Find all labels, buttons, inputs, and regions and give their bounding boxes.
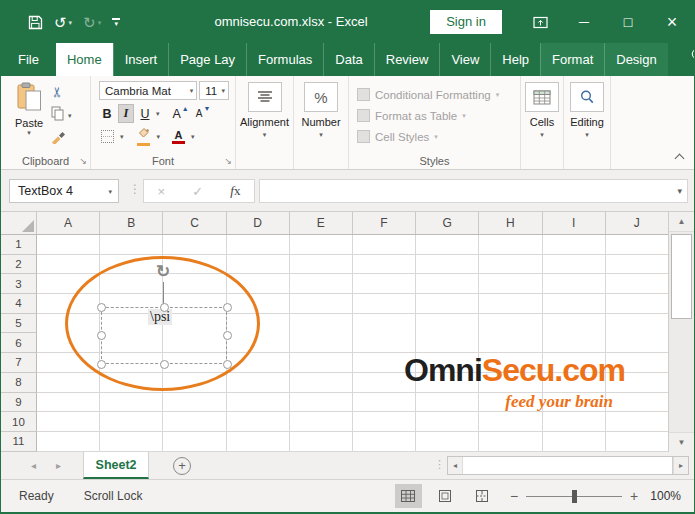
font-dialog-launcher-icon[interactable]: ↘ bbox=[224, 157, 232, 166]
tell-me-box[interactable]: Tell me bbox=[678, 43, 695, 76]
paste-button[interactable]: Paste ▾ bbox=[9, 82, 49, 136]
increase-font-size-button[interactable]: A▲ bbox=[171, 104, 191, 123]
rotation-handle-icon[interactable]: ↻ bbox=[153, 262, 173, 282]
textbox-text[interactable]: \psi bbox=[148, 309, 172, 325]
cells-group[interactable]: Cells ▾ bbox=[521, 76, 564, 169]
font-color-button[interactable]: A bbox=[170, 127, 187, 146]
bold-button[interactable]: B bbox=[99, 104, 115, 123]
tab-help[interactable]: Help bbox=[490, 43, 540, 76]
font-size-select[interactable]: 11 ▾ bbox=[199, 81, 229, 100]
tab-insert[interactable]: Insert bbox=[113, 43, 169, 76]
sign-in-button[interactable]: Sign in bbox=[430, 10, 502, 34]
cells-dropdown-icon[interactable]: ▾ bbox=[540, 131, 544, 138]
decrease-font-size-button[interactable]: A▼ bbox=[194, 104, 213, 123]
horizontal-scrollbar-thumb[interactable] bbox=[463, 457, 673, 474]
zoom-slider-thumb[interactable] bbox=[572, 490, 577, 503]
sheet-next-icon[interactable]: ▸ bbox=[56, 460, 61, 471]
borders-dropdown-icon[interactable]: ▾ bbox=[120, 133, 124, 140]
tab-data[interactable]: Data bbox=[323, 43, 373, 76]
tab-design[interactable]: Design bbox=[604, 43, 667, 76]
copy-button[interactable]: ▾ bbox=[51, 107, 72, 123]
drawing-layer: OmniSecu.com feed your brain ↻ \psi bbox=[1, 212, 694, 452]
cut-button[interactable]: ✂ bbox=[51, 84, 72, 100]
fill-color-dropdown-icon[interactable]: ▾ bbox=[157, 133, 161, 140]
redo-icon: ↻▾ bbox=[83, 15, 101, 30]
scroll-up-icon[interactable]: ▲ bbox=[669, 212, 694, 232]
underline-dropdown-icon[interactable]: ▾ bbox=[156, 110, 160, 117]
handle-top-center[interactable] bbox=[160, 303, 169, 312]
window-controls: Sign in ─ □ × bbox=[430, 1, 694, 43]
tab-formulas[interactable]: Formulas bbox=[246, 43, 323, 76]
fill-color-button[interactable] bbox=[134, 127, 153, 146]
insert-function-icon[interactable]: fx bbox=[230, 183, 240, 199]
handle-top-right[interactable] bbox=[223, 303, 232, 312]
undo-icon[interactable]: ↺▾ bbox=[54, 15, 72, 30]
sheet-tab-sheet2[interactable]: Sheet2 bbox=[83, 452, 149, 479]
tab-file[interactable]: File bbox=[1, 43, 56, 76]
scroll-right-icon[interactable]: ▸ bbox=[673, 457, 688, 474]
tab-page-layout[interactable]: Page Lay bbox=[168, 43, 246, 76]
formula-bar-expand-icon[interactable]: ▾ bbox=[677, 186, 682, 196]
tab-format[interactable]: Format bbox=[540, 43, 604, 76]
format-painter-button[interactable] bbox=[51, 130, 72, 146]
page-layout-view-button[interactable] bbox=[432, 484, 459, 508]
handle-bottom-left[interactable] bbox=[97, 360, 106, 369]
sheet-prev-icon[interactable]: ◂ bbox=[31, 460, 36, 471]
tab-view[interactable]: View bbox=[439, 43, 490, 76]
font-color-dropdown-icon[interactable]: ▾ bbox=[191, 133, 195, 140]
tab-home[interactable]: Home bbox=[56, 43, 113, 76]
clipboard-dialog-launcher-icon[interactable]: ↘ bbox=[79, 157, 87, 166]
italic-button[interactable]: I bbox=[118, 104, 134, 123]
alignment-dropdown-icon[interactable]: ▾ bbox=[263, 131, 267, 138]
name-box[interactable]: TextBox 4 ▾ bbox=[9, 179, 119, 203]
handle-middle-right[interactable] bbox=[223, 331, 232, 340]
enter-icon: ✓ bbox=[192, 184, 203, 199]
sheetbar-separator: ⋮ bbox=[434, 458, 445, 471]
minimize-icon[interactable]: ─ bbox=[562, 1, 606, 43]
save-icon[interactable] bbox=[28, 15, 43, 30]
collapse-ribbon-icon[interactable] bbox=[676, 153, 684, 161]
close-icon[interactable]: × bbox=[650, 1, 694, 43]
scroll-down-icon[interactable]: ▼ bbox=[669, 432, 694, 452]
formula-buttons: × ✓ fx bbox=[143, 179, 255, 203]
underline-button[interactable]: U bbox=[137, 104, 153, 123]
alignment-group[interactable]: Alignment ▾ bbox=[236, 76, 294, 169]
font-name-dropdown-icon[interactable]: ▾ bbox=[187, 87, 194, 94]
maximize-icon[interactable]: □ bbox=[606, 1, 650, 43]
handle-middle-left[interactable] bbox=[97, 331, 106, 340]
logo-tagline: feed your brain bbox=[463, 392, 613, 412]
font-group-label: Font bbox=[91, 155, 235, 167]
zoom-in-icon[interactable]: + bbox=[630, 488, 638, 504]
font-size-dropdown-icon[interactable]: ▾ bbox=[218, 87, 225, 94]
formula-input[interactable] bbox=[259, 179, 688, 203]
undo-dropdown-icon[interactable]: ▾ bbox=[69, 19, 73, 26]
handle-bottom-center[interactable] bbox=[160, 360, 169, 369]
borders-button[interactable] bbox=[99, 127, 116, 146]
editing-dropdown-icon[interactable]: ▾ bbox=[585, 131, 589, 138]
new-sheet-icon[interactable]: + bbox=[173, 457, 191, 475]
zoom-slider[interactable] bbox=[526, 490, 622, 503]
scroll-left-icon[interactable]: ◂ bbox=[448, 457, 463, 474]
clipboard-group: Paste ▾ ✂ ▾ Clipboard ↘ bbox=[1, 76, 91, 169]
zoom-level[interactable]: 100% bbox=[650, 489, 681, 503]
editing-group[interactable]: Editing ▾ bbox=[564, 76, 611, 169]
font-name-select[interactable]: Cambria Mat ▾ bbox=[99, 81, 197, 100]
ribbon-display-options-icon[interactable] bbox=[518, 1, 562, 43]
vertical-scrollbar[interactable]: ▲ ▼ bbox=[668, 212, 694, 452]
handle-top-left[interactable] bbox=[97, 303, 106, 312]
format-painter-icon bbox=[51, 129, 66, 148]
paste-dropdown-icon[interactable]: ▾ bbox=[27, 129, 31, 136]
number-group[interactable]: % Number ▾ bbox=[294, 76, 349, 169]
handle-bottom-right[interactable] bbox=[223, 360, 232, 369]
zoom-out-icon[interactable]: − bbox=[510, 488, 518, 504]
number-dropdown-icon[interactable]: ▾ bbox=[319, 131, 323, 138]
copy-dropdown-icon[interactable]: ▾ bbox=[68, 112, 72, 119]
vertical-scrollbar-thumb[interactable] bbox=[671, 234, 692, 319]
normal-view-button[interactable] bbox=[395, 484, 422, 508]
name-box-dropdown-icon[interactable]: ▾ bbox=[108, 188, 112, 195]
page-break-view-button[interactable] bbox=[469, 484, 496, 508]
format-as-table-dropdown-icon: ▾ bbox=[462, 112, 466, 119]
tab-review[interactable]: Review bbox=[374, 43, 440, 76]
horizontal-scrollbar[interactable]: ◂ ▸ bbox=[447, 456, 689, 475]
customize-qat-icon[interactable]: ▾ bbox=[112, 18, 120, 26]
